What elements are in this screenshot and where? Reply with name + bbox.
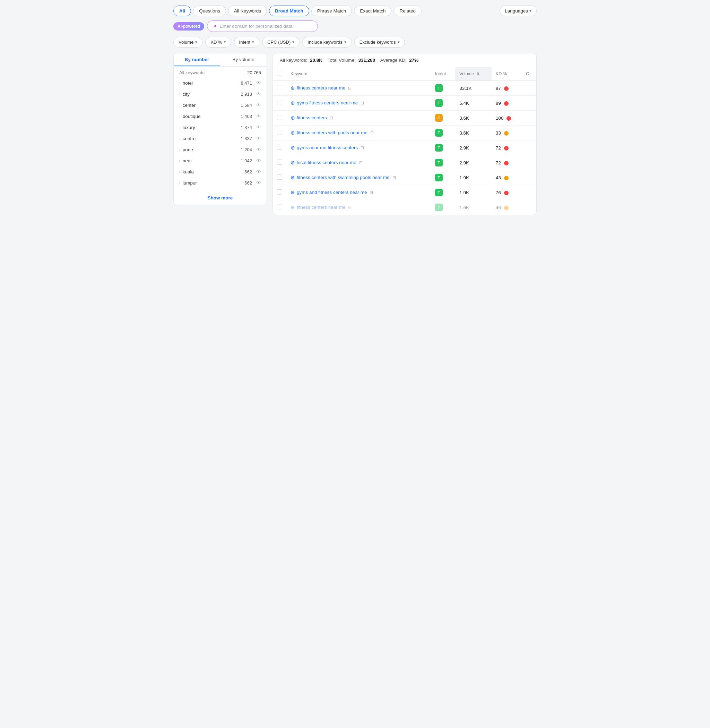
lp-keyword-item[interactable]: › centre 1,337 👁 — [174, 133, 267, 144]
th-select-all[interactable] — [273, 67, 286, 81]
row-checkbox-cell[interactable] — [273, 200, 286, 215]
snippet-icon: ⊟ — [370, 190, 373, 196]
row-checkbox[interactable] — [277, 204, 282, 209]
eye-icon[interactable]: 👁 — [256, 102, 261, 108]
row-checkbox-cell[interactable] — [273, 96, 286, 111]
select-all-checkbox[interactable] — [277, 71, 282, 76]
row-checkbox[interactable] — [277, 175, 282, 179]
keyword-link[interactable]: ⊕ fitness centers with swimming pools ne… — [290, 175, 427, 181]
tab-related[interactable]: Related — [393, 6, 421, 16]
intent-badge: C — [435, 114, 443, 122]
row-volume-cell: 33.1K — [455, 81, 491, 96]
eye-icon[interactable]: 👁 — [256, 91, 261, 97]
lp-keyword-item[interactable]: › city 2,918 👁 — [174, 88, 267, 100]
ai-bar: AI-powered ✦ Enter domain for personaliz… — [173, 21, 537, 32]
filter-kd[interactable]: KD % ▾ — [205, 37, 231, 47]
add-keyword-icon[interactable]: ⊕ — [290, 204, 295, 210]
lp-tab-by-number[interactable]: By number — [174, 53, 220, 66]
add-keyword-icon[interactable]: ⊕ — [290, 85, 295, 91]
lp-keyword-count: 2,918 — [241, 91, 252, 97]
row-checkbox[interactable] — [277, 100, 282, 105]
tab-all[interactable]: All — [173, 6, 191, 16]
lp-keyword-item[interactable]: › kuala 662 👁 — [174, 166, 267, 177]
summary-keyword-prefix: All keywords: — [280, 57, 308, 63]
kd-value: 46 — [496, 205, 501, 210]
summary-volume: 331,280 — [358, 57, 375, 63]
lp-keyword-item[interactable]: › lumpur 662 👁 — [174, 177, 267, 188]
row-checkbox[interactable] — [277, 130, 282, 135]
filter-include-keywords[interactable]: Include keywords ▾ — [302, 37, 351, 47]
row-checkbox[interactable] — [277, 115, 282, 120]
add-keyword-icon[interactable]: ⊕ — [290, 100, 295, 106]
lp-keyword-item[interactable]: › luxury 1,374 👁 — [174, 122, 267, 133]
intent-badge: T — [435, 204, 443, 211]
show-more-button[interactable]: Show more — [174, 191, 267, 204]
ai-domain-input[interactable]: ✦ Enter domain for personalized data — [207, 21, 318, 32]
keyword-link[interactable]: ⊕ fitness centers with pools near me ⊟ — [290, 130, 427, 136]
filter-volume[interactable]: Volume ▾ — [173, 37, 202, 47]
add-keyword-icon[interactable]: ⊕ — [290, 130, 295, 136]
tab-questions[interactable]: Questions — [193, 6, 226, 16]
th-keyword: Keyword — [286, 67, 431, 81]
kd-dot-icon — [504, 161, 509, 165]
languages-chevron-icon: ▾ — [530, 9, 531, 13]
row-checkbox[interactable] — [277, 85, 282, 90]
tab-exact-match[interactable]: Exact Match — [354, 6, 392, 16]
snippet-icon: ⊟ — [370, 130, 374, 136]
add-keyword-icon[interactable]: ⊕ — [290, 115, 295, 121]
row-checkbox-cell[interactable] — [273, 81, 286, 96]
row-checkbox-cell[interactable] — [273, 185, 286, 200]
keyword-link[interactable]: ⊕ gyms near me fitness centers ⊟ — [290, 145, 427, 151]
eye-icon[interactable]: 👁 — [256, 180, 261, 185]
keyword-link[interactable]: ⊕ fitness centers near me ⊟ — [290, 204, 427, 211]
row-checkbox-cell[interactable] — [273, 140, 286, 155]
keyword-link[interactable]: ⊕ fitness centers near me ⊟ — [290, 85, 427, 91]
lp-keyword-item[interactable]: › near 1,042 👁 — [174, 155, 267, 166]
row-kd-cell: 72 — [491, 155, 522, 170]
add-keyword-icon[interactable]: ⊕ — [290, 160, 295, 166]
keyword-link[interactable]: ⊕ fitness centers ⊟ — [290, 115, 427, 121]
filter-intent[interactable]: Intent ▾ — [234, 37, 260, 47]
row-checkbox[interactable] — [277, 190, 282, 194]
eye-icon[interactable]: 👁 — [256, 125, 261, 130]
tab-all-keywords[interactable]: All Keywords — [228, 6, 267, 16]
eye-icon[interactable]: 👁 — [256, 169, 261, 175]
add-keyword-icon[interactable]: ⊕ — [290, 175, 295, 181]
keyword-link[interactable]: ⊕ gyms fitness centers near me ⊟ — [290, 100, 427, 106]
eye-icon[interactable]: 👁 — [256, 158, 261, 163]
table-row: ⊕ gyms near me fitness centers ⊟ T 2.9K … — [273, 140, 536, 155]
eye-icon[interactable]: 👁 — [256, 113, 261, 119]
row-checkbox-cell[interactable] — [273, 125, 286, 140]
snippet-icon: ⊟ — [361, 145, 364, 151]
eye-icon[interactable]: 👁 — [256, 135, 261, 141]
add-keyword-icon[interactable]: ⊕ — [290, 145, 295, 151]
row-intent-cell: T — [431, 185, 455, 200]
keyword-link[interactable]: ⊕ local fitness centers near me ⊟ — [290, 160, 427, 166]
row-checkbox-cell[interactable] — [273, 170, 286, 185]
lp-keyword-item[interactable]: › center 1,584 👁 — [174, 100, 267, 111]
lp-keyword-item[interactable]: › boutique 1,403 👁 — [174, 111, 267, 122]
row-keyword-cell: ⊕ fitness centers near me ⊟ — [286, 200, 431, 215]
row-kd-cell: 100 — [491, 111, 522, 125]
tab-phrase-match[interactable]: Phrase Match — [311, 6, 352, 16]
filter-cpc[interactable]: CPC (USD) ▾ — [262, 37, 299, 47]
row-checkbox[interactable] — [277, 160, 282, 165]
tab-languages[interactable]: Languages ▾ — [500, 6, 537, 16]
row-checkbox-cell[interactable] — [273, 155, 286, 170]
keywords-tbody: ⊕ fitness centers near me ⊟ T 33.1K 87 — [273, 81, 536, 215]
th-volume[interactable]: Volume ⇅ — [455, 67, 491, 81]
add-keyword-icon[interactable]: ⊕ — [290, 190, 295, 196]
lp-keyword-item[interactable]: › pune 1,204 👁 — [174, 144, 267, 155]
row-checkbox-cell[interactable] — [273, 111, 286, 125]
lp-keyword-item[interactable]: › hotel 8,471 👁 — [174, 77, 267, 88]
filter-exclude-keywords[interactable]: Exclude keywords ▾ — [354, 37, 405, 47]
lp-tab-by-volume[interactable]: By volume — [220, 53, 267, 66]
row-intent-cell: T — [431, 200, 455, 215]
keyword-link[interactable]: ⊕ gyms and fitness centers near me ⊟ — [290, 190, 427, 196]
keyword-text: local fitness centers near me ⊟ — [297, 160, 362, 166]
eye-icon[interactable]: 👁 — [256, 147, 261, 152]
kd-dot-icon — [504, 206, 509, 210]
row-checkbox[interactable] — [277, 145, 282, 150]
eye-icon[interactable]: 👁 — [256, 80, 261, 86]
tab-broad-match[interactable]: Broad Match — [269, 6, 309, 16]
